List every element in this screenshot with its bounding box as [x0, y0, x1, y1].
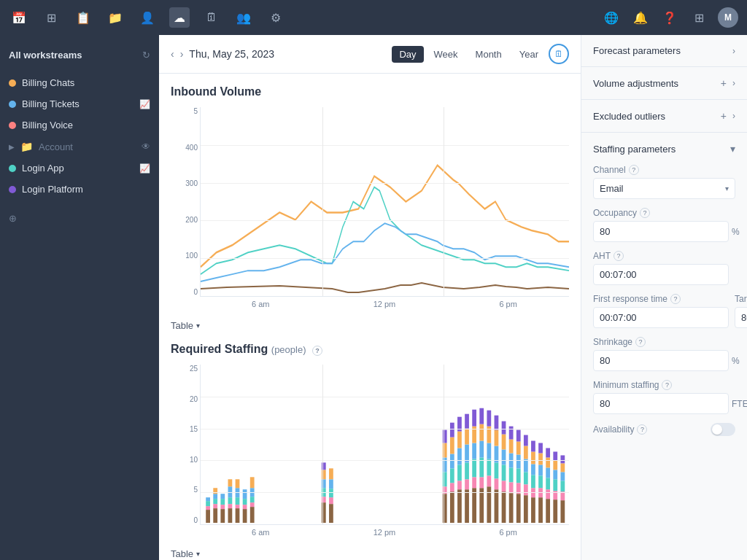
sidebar-item-billing-tickets[interactable]: Billing Tickets 📈: [0, 93, 159, 114]
inbound-table-toggle[interactable]: Table ▾: [159, 320, 581, 337]
forecast-params-chevron-icon: ›: [732, 46, 735, 56]
staffing-chart-title: Required Staffing (people) ?: [171, 343, 569, 356]
channel-select[interactable]: Email ▾: [593, 178, 735, 199]
sidebar: All workstreams ↻ Billing Chats Billing …: [0, 35, 159, 560]
target-input-row: %: [735, 307, 747, 328]
globe-icon[interactable]: 🌐: [601, 7, 622, 28]
year-button[interactable]: Year: [512, 46, 546, 63]
availability-help-icon[interactable]: ?: [637, 424, 647, 435]
staffing-subtitle: (people): [271, 344, 306, 355]
staffing-table-toggle[interactable]: Table ▾: [159, 548, 581, 560]
forecast-params-header[interactable]: Forecast parameters ›: [593, 45, 735, 56]
volume-adjustments-add-icon[interactable]: +: [721, 77, 727, 89]
target-input[interactable]: [735, 307, 747, 328]
forecast-params-actions: ›: [732, 46, 735, 56]
people-icon[interactable]: 👥: [233, 7, 254, 28]
date-navigation: ‹ › Thu, May 25, 2023: [171, 48, 274, 60]
month-button[interactable]: Month: [468, 46, 509, 63]
first-response-label: First response time ?: [593, 294, 729, 304]
first-response-input[interactable]: [593, 307, 729, 328]
occupancy-input-row: %: [593, 221, 735, 242]
calendar-icon[interactable]: 📅: [9, 7, 29, 28]
week-button[interactable]: Week: [427, 46, 465, 63]
channel-param: Channel ? Email ▾: [593, 165, 735, 199]
sidebar-item-login-app[interactable]: Login App 📈: [0, 158, 159, 179]
staffing-x-label-12pm: 12 pm: [374, 528, 396, 537]
staffing-params-header[interactable]: Staffing parameters ▾: [593, 143, 735, 155]
table-label-staffing: Table: [171, 548, 193, 559]
staffing-x-label-6pm: 6 pm: [499, 528, 516, 537]
document-icon[interactable]: 📋: [73, 7, 93, 28]
person-circle-icon[interactable]: 👤: [137, 7, 158, 28]
first-response-help-icon[interactable]: ?: [670, 294, 681, 304]
y-label-200: 200: [173, 216, 198, 224]
calendar-check-icon[interactable]: 🗓: [201, 7, 222, 28]
volume-adjustments-header[interactable]: Volume adjustments + ›: [593, 77, 735, 89]
min-staffing-param: Minimum staffing ? FTEs: [593, 380, 735, 414]
table-label-inbound: Table: [171, 320, 193, 331]
availability-toggle[interactable]: [711, 423, 735, 436]
inbound-volume-section: Inbound Volume 5 400 300 200 100 0: [159, 74, 581, 320]
help-icon[interactable]: ❓: [659, 7, 680, 28]
sidebar-item-billing-chats[interactable]: Billing Chats: [0, 72, 159, 93]
aht-help-icon[interactable]: ?: [614, 251, 624, 261]
first-response-target-group: First response time ? Target ? %: [593, 294, 735, 328]
avatar[interactable]: M: [718, 7, 738, 28]
grid-lines: [201, 107, 569, 296]
account-eye-icon: 👁: [142, 141, 150, 152]
chart-header: ‹ › Thu, May 25, 2023 Day Week Month Yea…: [159, 35, 581, 74]
excluded-outliers-actions: + ›: [721, 110, 735, 122]
cloud-icon[interactable]: ☁: [169, 7, 190, 28]
apps-icon[interactable]: ⊞: [689, 7, 709, 28]
login-app-dot: [9, 165, 16, 172]
excluded-outliers-chevron-icon: ›: [732, 111, 735, 121]
shrinkage-param: Shrinkage ? %: [593, 337, 735, 371]
chart-icon: 📈: [139, 99, 150, 109]
shrinkage-help-icon[interactable]: ?: [635, 337, 646, 347]
billing-tickets-dot: [9, 101, 16, 108]
account-folder-icon: 📁: [20, 141, 33, 152]
schedule-icon[interactable]: 🗓: [549, 44, 569, 64]
login-app-label: Login App: [22, 163, 133, 174]
min-staffing-help-icon[interactable]: ?: [662, 380, 672, 390]
grid-icon[interactable]: ⊞: [41, 7, 61, 28]
account-label: Account: [39, 141, 136, 152]
prev-arrow[interactable]: ‹: [171, 48, 174, 60]
shrinkage-unit: %: [732, 356, 740, 366]
volume-adjustments-chevron-icon: ›: [732, 78, 735, 88]
occupancy-param: Occupancy ? %: [593, 208, 735, 242]
add-workstream-icon[interactable]: ⊕: [9, 213, 17, 224]
sidebar-footer: ⊕: [0, 206, 159, 230]
occupancy-help-icon[interactable]: ?: [640, 208, 650, 218]
channel-help-icon[interactable]: ?: [629, 165, 639, 175]
min-staffing-input[interactable]: [593, 393, 729, 414]
shrinkage-input[interactable]: [593, 350, 729, 371]
gear-icon[interactable]: ⚙: [266, 7, 286, 28]
next-arrow[interactable]: ›: [180, 48, 184, 60]
sidebar-title: All workstreams: [9, 50, 82, 61]
sidebar-header: All workstreams ↻: [0, 44, 159, 72]
volume-adjustments-title: Volume adjustments: [593, 78, 678, 89]
channel-dropdown-icon: ▾: [725, 184, 729, 192]
folder-icon[interactable]: 📁: [105, 7, 125, 28]
sidebar-item-billing-voice[interactable]: Billing Voice: [0, 114, 159, 136]
login-app-chart-icon: 📈: [139, 163, 150, 174]
excluded-outliers-add-icon[interactable]: +: [721, 110, 727, 122]
aht-input[interactable]: [593, 264, 729, 285]
staffing-y-labels: 25 20 15 10 5 0: [173, 365, 198, 524]
bell-icon[interactable]: 🔔: [630, 7, 651, 28]
sidebar-item-login-platform[interactable]: Login Platform: [0, 179, 159, 200]
top-navigation: 📅 ⊞ 📋 📁 👤 ☁ 🗓 👥 ⚙ 🌐 🔔 ❓ ⊞ M: [0, 0, 747, 35]
excluded-outliers-section: Excluded outliers + ›: [581, 100, 747, 133]
main-layout: All workstreams ↻ Billing Chats Billing …: [0, 35, 747, 560]
refresh-icon[interactable]: ↻: [142, 50, 150, 61]
y-label-400: 400: [173, 144, 198, 152]
occupancy-input[interactable]: [593, 221, 729, 242]
day-button[interactable]: Day: [392, 46, 423, 63]
billing-chats-dot: [9, 79, 16, 87]
x-axis-labels-staffing: 6 am 12 pm 6 pm: [171, 525, 569, 537]
sidebar-item-account[interactable]: ▶ 📁 Account 👁: [0, 136, 159, 158]
excluded-outliers-header[interactable]: Excluded outliers + ›: [593, 110, 735, 122]
x-label-6am: 6 am: [252, 300, 269, 308]
forecast-params-title: Forecast parameters: [593, 45, 681, 56]
